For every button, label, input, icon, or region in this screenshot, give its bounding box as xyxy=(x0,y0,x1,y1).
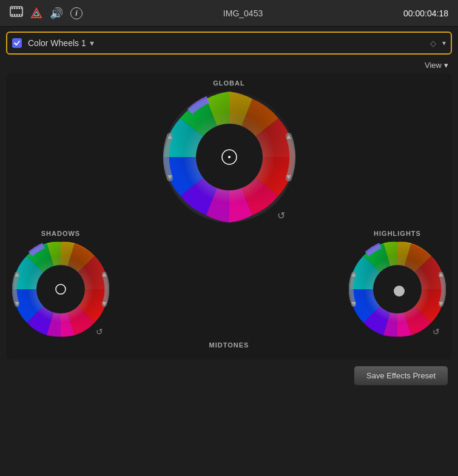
timecode: 00:00:04:18 xyxy=(403,8,448,18)
highlights-color-wheel[interactable] xyxy=(349,241,446,338)
svg-rect-2 xyxy=(12,7,13,9)
keyframe-diamond-icon[interactable]: ◇ xyxy=(430,39,436,48)
effect-expand-icon[interactable]: ▾ xyxy=(442,39,446,47)
view-row: View ▾ xyxy=(0,59,458,73)
svg-point-21 xyxy=(228,156,231,158)
color-wheels-panel: GLOBAL xyxy=(6,73,452,360)
shadows-label: SHADOWS xyxy=(41,230,80,237)
effect-bar-right: ◇ ▾ xyxy=(430,39,446,48)
highlights-wheel-section: HIGHLIGHTS xyxy=(349,230,446,338)
svg-rect-10 xyxy=(19,14,20,16)
svg-rect-9 xyxy=(16,14,18,16)
global-wheel-section: GLOBAL xyxy=(163,79,296,224)
save-effects-preset-button[interactable]: Save Effects Preset xyxy=(354,366,448,386)
bottom-wheels-row: SHADOWS xyxy=(12,230,446,338)
effect-bar: Color Wheels 1 ▾ ◇ ▾ xyxy=(6,32,452,55)
global-label: GLOBAL xyxy=(213,79,244,87)
svg-point-29 xyxy=(36,265,85,313)
view-button[interactable]: View ▾ xyxy=(425,61,448,70)
global-color-wheel[interactable] xyxy=(163,90,296,224)
global-reset-icon[interactable]: ↺ xyxy=(277,210,285,221)
svg-rect-7 xyxy=(12,14,13,16)
svg-rect-6 xyxy=(21,7,22,9)
highlights-reset-icon[interactable]: ↺ xyxy=(433,327,440,337)
info-icon[interactable]: i xyxy=(70,7,83,19)
svg-rect-8 xyxy=(14,14,15,16)
svg-rect-4 xyxy=(16,7,18,9)
svg-rect-11 xyxy=(21,14,22,16)
svg-point-39 xyxy=(394,286,405,297)
shadows-color-wheel[interactable] xyxy=(12,241,109,338)
svg-rect-5 xyxy=(19,7,20,9)
shadows-reset-icon[interactable]: ↺ xyxy=(96,327,103,337)
file-title: IMG_0453 xyxy=(223,8,263,18)
effect-checkbox[interactable] xyxy=(12,38,22,48)
toolbar-icons: 🔊 i xyxy=(10,6,83,20)
effect-name[interactable]: Color Wheels 1 ▾ xyxy=(28,38,430,48)
shadows-wheel-container[interactable]: ↺ xyxy=(12,241,109,338)
svg-rect-3 xyxy=(14,7,15,9)
shadows-wheel-section: SHADOWS xyxy=(12,230,109,338)
highlights-wheel-container[interactable]: ↺ xyxy=(349,241,446,338)
v-icon[interactable] xyxy=(30,7,42,19)
global-wheel-container[interactable]: ↺ xyxy=(163,90,296,224)
effect-name-chevron: ▾ xyxy=(90,38,94,48)
highlights-label: HIGHLIGHTS xyxy=(374,230,421,237)
top-bar: 🔊 i IMG_0453 00:00:04:18 xyxy=(0,0,458,27)
midtones-label-row: MIDTONES xyxy=(12,339,446,352)
svg-rect-1 xyxy=(10,8,22,15)
film-icon[interactable] xyxy=(10,6,23,20)
save-button-row: Save Effects Preset xyxy=(0,360,458,392)
sound-icon[interactable]: 🔊 xyxy=(50,7,63,20)
midtones-label: MIDTONES xyxy=(209,341,249,349)
